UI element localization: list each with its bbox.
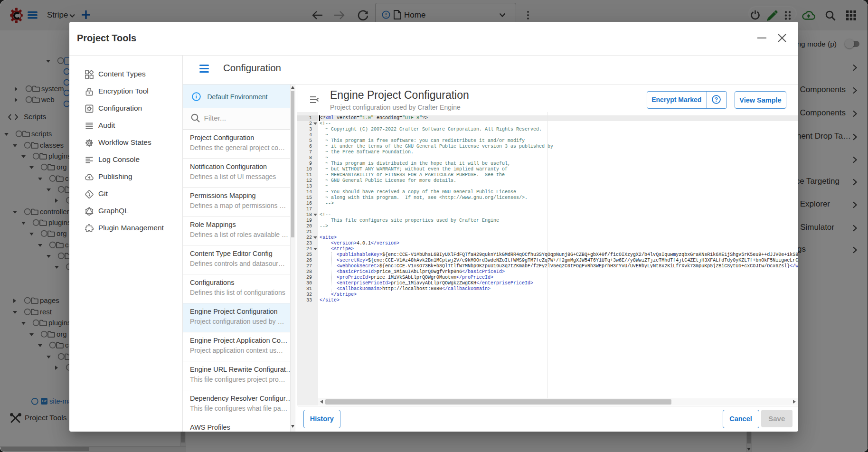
svg-text:?: ?: [715, 96, 718, 103]
